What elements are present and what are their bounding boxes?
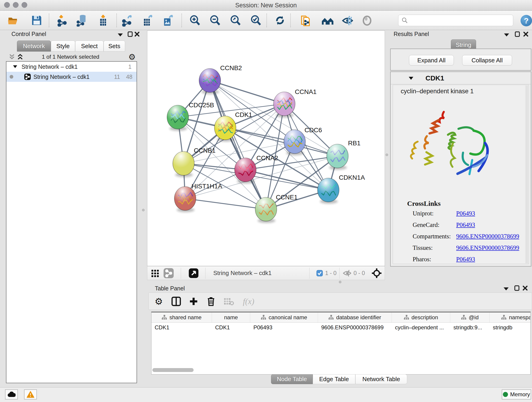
results-scrollbar[interactable] xyxy=(525,85,528,263)
edge-HIST1H1A-CCNE1[interactable] xyxy=(185,198,266,209)
edge-CCNB2-CCNA1[interactable] xyxy=(210,80,284,104)
crosslink-label: Tissues: xyxy=(413,244,456,251)
home-button[interactable] xyxy=(321,14,334,27)
export-network-button[interactable] xyxy=(121,14,134,27)
export-image-button[interactable] xyxy=(162,14,174,27)
node-CCNB1[interactable]: CCNB1 xyxy=(173,147,215,177)
network-view-canvas[interactable]: CCNB2CCNA1CDC25BCDK1CDC6RB1CCNB1CCNA2CDK… xyxy=(147,31,385,266)
node-CCNE1[interactable]: CCNE1 xyxy=(255,194,298,223)
crosslinks-list: Uniprot:P06493GeneCard:P06493Compartment… xyxy=(413,210,522,267)
selected-checkbox-icon[interactable] xyxy=(317,266,323,280)
table-row[interactable]: CDK1CDK1P064939606.ENSP00000378699cyclin… xyxy=(152,323,530,332)
table-toolbar: ⚙ xyxy=(148,293,532,310)
node-CCNB2[interactable]: CCNB2 xyxy=(199,64,242,94)
column-header-canonical-name[interactable]: canonical name xyxy=(250,313,318,322)
network-view-toolbar: String Network – cdk1 1 - 0 0 - 0 xyxy=(147,266,385,280)
open-folder-icon xyxy=(7,14,19,26)
zoom-selected-button[interactable] xyxy=(249,14,262,27)
table-settings-gear-icon[interactable]: ⚙ xyxy=(152,295,165,308)
select-columns-button[interactable] xyxy=(170,295,183,308)
tab-node-table[interactable]: Node Table xyxy=(271,374,313,384)
expand-all-button[interactable]: Expand All xyxy=(409,55,454,65)
import-table-button[interactable] xyxy=(97,14,109,27)
expanded-arrow-icon[interactable] xyxy=(13,65,17,68)
network-collection-row[interactable]: String Network – cdk1 1 xyxy=(6,62,137,72)
collapse-panel-icon[interactable] xyxy=(117,33,123,37)
float-panel-icon[interactable] xyxy=(514,285,520,291)
string-network-icon xyxy=(24,74,31,80)
tab-select[interactable]: Select xyxy=(75,41,104,51)
protein-description: cyclin–dependent kinase 1 xyxy=(401,88,474,95)
horizontal-splitter-handle[interactable] xyxy=(339,281,341,283)
birdseye-view-button[interactable] xyxy=(189,266,199,280)
node-label: CCNB2 xyxy=(220,64,242,71)
warning-status-button[interactable] xyxy=(24,389,37,400)
fit-selected-crosshair-button[interactable] xyxy=(371,266,382,280)
float-panel-icon[interactable] xyxy=(127,31,133,37)
column-header-@id[interactable]: @id xyxy=(450,313,490,322)
network-mode-button[interactable] xyxy=(163,266,174,280)
column-header-database-identifier[interactable]: database identifier xyxy=(318,313,392,322)
tab-style[interactable]: Style xyxy=(51,41,75,51)
crosslink-link[interactable]: P06493 xyxy=(456,256,475,263)
crosslink-row: Uniprot:P06493 xyxy=(413,210,522,217)
close-panel-icon[interactable] xyxy=(522,285,528,291)
export-table-button[interactable] xyxy=(141,14,154,27)
column-label: name xyxy=(224,314,238,321)
control-panel-title: Control Panel xyxy=(12,31,46,37)
edge-CCNB2-CCNE1[interactable] xyxy=(210,80,266,209)
tab-network[interactable]: Network xyxy=(17,41,51,51)
table-cell: P06493 xyxy=(250,323,318,332)
zoom-fit-button[interactable] xyxy=(229,14,242,27)
close-panel-icon[interactable] xyxy=(523,31,529,37)
refresh-button[interactable] xyxy=(273,14,286,27)
hide-eye-button[interactable] xyxy=(341,14,354,27)
protein-structure-image xyxy=(404,107,498,191)
node-CCNA1[interactable]: CCNA1 xyxy=(273,88,317,118)
tab-sets[interactable]: Sets xyxy=(104,41,125,51)
crosslink-link[interactable]: 9606.ENSP00000378699 xyxy=(456,233,519,240)
collapse-all-button[interactable]: Collapse All xyxy=(462,55,512,65)
network-row-selected[interactable]: String Network – cdk1 11 48 xyxy=(6,72,137,82)
right-splitter-handle[interactable] xyxy=(386,153,388,156)
network-options-gear-icon[interactable]: ⚙ xyxy=(128,52,136,62)
cloud-status-button[interactable] xyxy=(5,389,18,400)
import-network-button[interactable] xyxy=(56,14,69,27)
open-session-button[interactable] xyxy=(7,14,19,27)
save-session-button[interactable] xyxy=(30,14,43,27)
column-header-name[interactable]: name xyxy=(212,313,250,322)
tab-edge-table[interactable]: Edge Table xyxy=(313,374,355,384)
left-splitter-handle[interactable] xyxy=(142,209,145,211)
tab-network-table[interactable]: Network Table xyxy=(355,374,407,384)
column-header-description[interactable]: description xyxy=(392,313,450,322)
zoom-in-button[interactable] xyxy=(188,14,201,27)
hidden-eye-icon[interactable] xyxy=(342,266,352,280)
collapse-section-icon[interactable] xyxy=(409,77,413,80)
node-label: CDC25B xyxy=(189,102,214,109)
crosslink-link[interactable]: P06493 xyxy=(456,221,475,229)
float-panel-icon[interactable] xyxy=(515,31,520,37)
crosslink-link[interactable]: 9606.ENSP00000378699 xyxy=(456,244,519,251)
node-CDC25B[interactable]: CDC25B xyxy=(167,102,214,131)
grid-mode-button[interactable] xyxy=(151,266,160,280)
column-header-shared-name[interactable]: shared name xyxy=(152,313,212,322)
import-network-database-button[interactable] xyxy=(76,14,89,27)
collapse-panel-icon[interactable] xyxy=(503,287,509,291)
results-actions-box: Expand All Collapse All xyxy=(390,49,531,70)
delete-column-button[interactable] xyxy=(205,295,217,308)
table-horizontal-scrollbar[interactable] xyxy=(152,368,194,372)
help-button[interactable]: ? xyxy=(520,15,532,26)
show-eye-button[interactable] xyxy=(361,14,374,27)
close-panel-icon[interactable] xyxy=(134,31,140,37)
collapse-panel-icon[interactable] xyxy=(504,33,510,37)
node-RB1[interactable]: RB1 xyxy=(327,140,360,170)
add-column-button[interactable] xyxy=(187,295,200,308)
column-header-namespace[interactable]: namespace xyxy=(490,313,531,322)
crosslink-link[interactable]: P06493 xyxy=(456,210,475,217)
node-HIST1H1A[interactable]: HIST1H1A xyxy=(174,183,222,212)
zoom-out-button[interactable] xyxy=(209,14,221,27)
memory-button[interactable]: Memory xyxy=(502,389,531,400)
node-CDKN1A[interactable]: CDKN1A xyxy=(317,174,365,204)
share-document-button[interactable] xyxy=(299,14,312,27)
search-input[interactable] xyxy=(410,16,513,25)
